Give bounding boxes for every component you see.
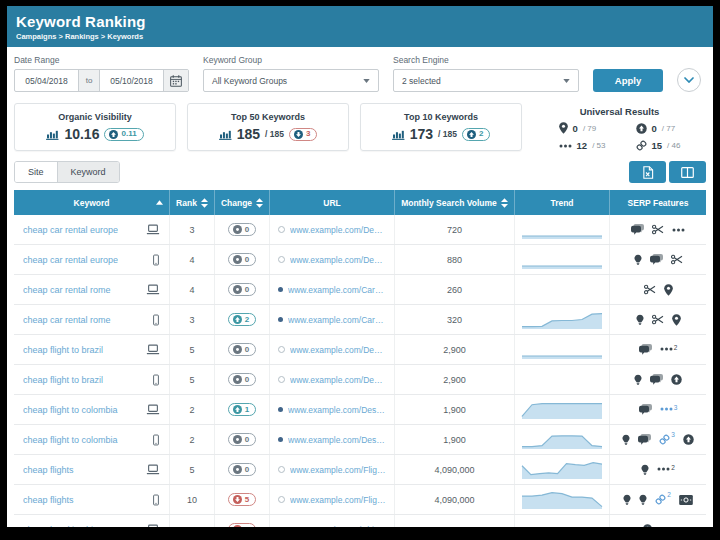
keyword-group-select[interactable]: All Keyword Groups xyxy=(203,69,379,92)
serp-feature xyxy=(650,254,663,265)
column-header-rank[interactable]: Rank xyxy=(170,190,215,215)
serp-feature xyxy=(639,494,647,506)
arrow-up-circle-icon xyxy=(467,130,476,139)
date-to-label: to xyxy=(78,70,100,91)
change-badge: 0 xyxy=(228,343,256,356)
url-bullet-icon xyxy=(278,256,285,263)
serp-feature xyxy=(652,224,664,235)
dot-circle-icon xyxy=(233,255,242,264)
url-link[interactable]: www.example.com/Destinations-In-Bra... xyxy=(290,375,386,385)
stat-card-title: Top 10 Keywords xyxy=(404,112,478,122)
stat-card-value: 173 xyxy=(410,126,433,142)
keyword-link[interactable]: cheap car rental europe xyxy=(23,255,118,265)
url-link[interactable]: www.example.com/Destinations-In-Bra... xyxy=(290,345,386,355)
dot-circle-icon xyxy=(233,435,242,444)
keyword-link[interactable]: cheap flights xyxy=(23,495,74,505)
serp-feature: 2 xyxy=(657,467,675,472)
volume-cell: 320 xyxy=(395,305,515,334)
url-link[interactable]: www.example.com/Destinations-In-Col... xyxy=(288,405,386,415)
url-link[interactable]: www.example.com/Car-Rentals-In-Rom... xyxy=(288,285,386,295)
change-badge: 5 xyxy=(228,493,256,506)
trend-cell xyxy=(515,275,610,304)
column-header-change[interactable]: Change xyxy=(215,190,270,215)
date-to-input[interactable]: 05/10/2018 xyxy=(100,70,163,91)
keyword-link[interactable]: cheap flight to brazil xyxy=(23,345,103,355)
stat-card-title: Organic Visibility xyxy=(58,112,131,122)
change-cell: 1 xyxy=(215,395,270,424)
volume-cell: 4,090,000 xyxy=(395,485,515,514)
tab-site[interactable]: Site xyxy=(15,162,57,182)
circle-arrow-icon xyxy=(636,123,647,134)
keyword-cell: cheap car rental europe xyxy=(14,215,170,244)
export-button[interactable] xyxy=(629,161,666,183)
location-pin-icon xyxy=(664,284,673,296)
serp-feature xyxy=(644,284,656,295)
chat-icon xyxy=(650,374,663,385)
column-header-keyword[interactable]: Keyword xyxy=(14,190,170,215)
change-badge: 1 xyxy=(228,523,256,527)
keyword-cell: cheap flights xyxy=(14,455,170,484)
url-link[interactable]: www.example.com/Destinations-In-Eur... xyxy=(290,255,386,265)
stat-card-total: / 185 xyxy=(438,129,457,139)
expand-filters-button[interactable] xyxy=(677,68,701,92)
url-link[interactable]: www.example.com/Chicago-Hotels.d17... xyxy=(288,525,386,528)
table-row: cheap car rental europe30www.example.com… xyxy=(14,215,706,245)
url-link[interactable]: www.example.com/Destinations-In-Eur... xyxy=(290,225,386,235)
url-link[interactable]: www.example.com/Car-Rentals-In-Rom... xyxy=(288,315,386,325)
table-row: cheap flight to brazil50www.example.com/… xyxy=(14,335,706,365)
trend-sparkline xyxy=(521,248,603,272)
serp-feature xyxy=(683,434,694,445)
trend-sparkline xyxy=(521,458,603,482)
serp-features-cell: 3 xyxy=(610,425,706,454)
keyword-link[interactable]: cheap car rental rome xyxy=(23,285,111,295)
keyword-link[interactable]: cheap flight to colombia xyxy=(23,435,118,445)
universal-result-item: 12/ 53 xyxy=(559,140,606,151)
stat-card-title: Top 50 Keywords xyxy=(231,112,305,122)
url-link[interactable]: www.example.com/Flights xyxy=(290,495,386,505)
rank-cell: 3 xyxy=(170,215,215,244)
change-badge: 0 xyxy=(228,463,256,476)
universal-result-total: / 79 xyxy=(583,124,596,133)
volume-cell: 2,900 xyxy=(395,335,515,364)
breadcrumb[interactable]: Campaigns > Rankings > Keywords xyxy=(16,32,704,41)
chat-icon xyxy=(631,224,644,235)
universal-result-total: / 77 xyxy=(662,124,675,133)
table-row: cheap flight to colombia21www.example.co… xyxy=(14,395,706,425)
trend-sparkline xyxy=(521,488,603,512)
url-bullet-icon xyxy=(278,287,283,292)
calendar-icon xyxy=(170,75,182,87)
date-from-input[interactable]: 05/04/2018 xyxy=(15,70,78,91)
tab-keyword[interactable]: Keyword xyxy=(57,162,119,182)
keyword-table: KeywordRankChangeURLMonthly Search Volum… xyxy=(14,190,706,527)
universal-result-value: 12 xyxy=(577,140,588,151)
change-cell: 1 xyxy=(215,515,270,527)
keyword-link[interactable]: cheap car rental rome xyxy=(23,315,111,325)
keyword-link[interactable]: cheap hotel in chicago xyxy=(23,525,113,528)
calendar-button[interactable] xyxy=(163,70,188,91)
change-badge: 2 xyxy=(462,128,490,141)
url-cell: www.example.com/Destinations-In-Eur... xyxy=(270,215,395,244)
rank-cell: 5 xyxy=(170,335,215,364)
keyword-link[interactable]: cheap flight to brazil xyxy=(23,375,103,385)
column-header-url: URL xyxy=(270,190,395,215)
keyword-group-filter: Keyword Group All Keyword Groups xyxy=(203,55,379,92)
search-engine-filter: Search Engine 2 selected xyxy=(393,55,579,92)
keyword-cell: cheap flight to brazil xyxy=(14,365,170,394)
url-link[interactable]: www.example.com/Destinations-In-Col... xyxy=(288,435,386,445)
apply-button[interactable]: Apply xyxy=(593,69,663,92)
table-row: cheap car rental rome32www.example.com/C… xyxy=(14,305,706,335)
keyword-link[interactable]: cheap car rental europe xyxy=(23,225,118,235)
search-engine-value: 2 selected xyxy=(402,76,441,86)
serp-features-cell xyxy=(610,515,706,527)
keyword-cell: cheap car rental rome xyxy=(14,305,170,334)
volume-cell: 720 xyxy=(395,215,515,244)
trend-cell xyxy=(515,305,610,334)
keyword-link[interactable]: cheap flights xyxy=(23,465,74,475)
url-link[interactable]: www.example.com/Flights xyxy=(290,465,386,475)
columns-button[interactable] xyxy=(669,161,706,183)
column-header-monthly-search-volume[interactable]: Monthly Search Volume xyxy=(395,190,515,215)
search-engine-select[interactable]: 2 selected xyxy=(393,69,579,92)
rank-cell: 4 xyxy=(170,245,215,274)
url-bullet-icon xyxy=(278,376,285,383)
keyword-link[interactable]: cheap flight to colombia xyxy=(23,405,118,415)
